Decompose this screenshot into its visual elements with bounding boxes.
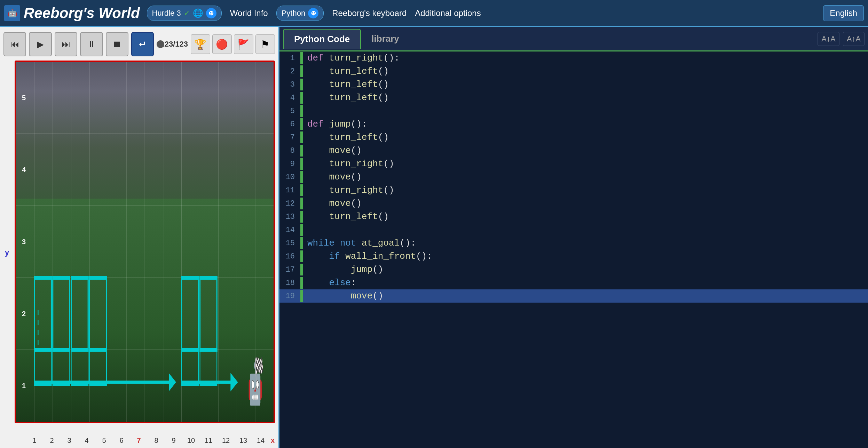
main-content: ⏮ ▶ ⏭ ⏸ ⏹ ↵ 123/123 🏆 🔴 🚩 ⚑ y (0, 27, 868, 448)
left-panel: ⏮ ▶ ⏭ ⏸ ⏹ ↵ 123/123 🏆 🔴 🚩 ⚑ y (0, 27, 278, 448)
y-num-4: 4 (22, 166, 26, 174)
top-navigation: 🤖 Reeborg's World Hurdle 3 ✓ 🌐 ⊕ World I… (0, 0, 868, 27)
controls-bar: ⏮ ▶ ⏭ ⏸ ⏹ ↵ 123/123 🏆 🔴 🚩 ⚑ (3, 31, 275, 58)
font-size-controls: A↓A A↑A (818, 32, 865, 46)
x-num-8: 8 (148, 437, 165, 445)
svg-rect-27 (182, 350, 199, 385)
world-expand-button[interactable]: ⊕ (206, 8, 216, 18)
speed-label: 123/123 (160, 40, 188, 49)
x-num-10: 10 (182, 437, 200, 445)
flag-white-button[interactable]: ⚑ (255, 34, 275, 54)
code-line-19: 19 move() (279, 289, 868, 303)
additional-options-link[interactable]: Additional options (415, 8, 481, 18)
svg-rect-23 (89, 278, 106, 350)
tab-library[interactable]: library (361, 29, 410, 48)
python-selector[interactable]: Python ⊕ (276, 6, 324, 21)
code-line-17: 17 jump() (279, 263, 868, 276)
world-grid: 🤖 🏁 5 4 3 2 1 (15, 61, 275, 423)
code-line-3: 3 turn_left() (279, 78, 868, 91)
x-num-4: 4 (78, 437, 95, 445)
code-line-5: 5 (279, 104, 868, 118)
code-line-7: 7 turn_left() (279, 131, 868, 144)
code-line-6: 6 def jump(): (279, 118, 868, 131)
world-selector[interactable]: Hurdle 3 ✓ 🌐 ⊕ (147, 6, 222, 21)
code-editor-panel: Python Code library A↓A A↑A 1 def turn_r… (278, 27, 868, 448)
code-editor-area[interactable]: 1 def turn_right(): 2 turn_left() 3 turn… (279, 51, 868, 448)
code-line-11: 11 turn_right() (279, 184, 868, 197)
y-num-5: 5 (22, 94, 26, 102)
x-axis-labels: 1 2 3 4 5 6 7 8 9 10 11 12 13 14 x (26, 437, 275, 445)
font-decrease-button[interactable]: A↓A (818, 32, 839, 46)
language-label: English (830, 8, 857, 18)
code-line-14: 14 (279, 223, 868, 237)
language-selector[interactable]: English (823, 5, 864, 21)
svg-rect-18 (34, 350, 52, 385)
code-line-8: 8 move() (279, 144, 868, 157)
x-num-2: 2 (43, 437, 61, 445)
x-num-12: 12 (217, 437, 235, 445)
y-axis-label: y (5, 248, 9, 257)
x-num-5: 5 (95, 437, 113, 445)
first-button[interactable]: ⏮ (3, 32, 26, 56)
x-num-11: 11 (200, 437, 217, 445)
code-line-1: 1 def turn_right(): (279, 51, 868, 65)
x-num-9: 9 (165, 437, 182, 445)
svg-rect-20 (53, 350, 70, 385)
icon-buttons: 🏆 🔴 🚩 ⚑ (191, 34, 275, 54)
python-label: Python (282, 9, 306, 18)
svg-rect-17 (34, 278, 52, 350)
code-line-12: 12 move() (279, 197, 868, 210)
editor-tabs-bar: Python Code library A↓A A↑A (279, 27, 868, 51)
x-num-13: 13 (235, 437, 252, 445)
x-num-1: 1 (26, 437, 43, 445)
trophy-button[interactable]: 🏆 (191, 34, 210, 54)
app-title: Reeborg's World (24, 5, 140, 22)
code-line-15: 15 while not at_goal(): (279, 237, 868, 250)
stop-button[interactable]: ⏹ (106, 32, 128, 56)
world-label: Hurdle 3 (152, 9, 181, 18)
y-num-2: 2 (22, 310, 26, 318)
svg-rect-28 (200, 278, 217, 350)
world-info-link[interactable]: World Info (230, 8, 268, 18)
code-line-4: 4 turn_left() (279, 91, 868, 104)
flag-red-button[interactable]: 🚩 (234, 34, 253, 54)
app-logo: 🤖 Reeborg's World (4, 5, 140, 22)
code-line-16: 16 if wall_in_front(): (279, 250, 868, 263)
y-num-1: 1 (22, 382, 26, 390)
font-increase-button[interactable]: A↑A (843, 32, 865, 46)
x-axis-label: x (271, 437, 275, 445)
logo-icon: 🤖 (4, 5, 20, 21)
keyboard-link[interactable]: Reeborg's keyboard (332, 8, 407, 18)
play-button[interactable]: ▶ (29, 32, 52, 56)
pause-button[interactable]: ⏸ (80, 32, 103, 56)
code-line-9: 9 turn_right() (279, 157, 868, 170)
x-num-14: 14 (252, 437, 269, 445)
svg-rect-26 (182, 278, 199, 350)
svg-rect-19 (53, 278, 70, 350)
run-button[interactable]: ↵ (131, 32, 154, 56)
grid-svg: 🤖 🏁 (16, 62, 274, 422)
step-button[interactable]: ⏭ (55, 32, 77, 56)
x-num-7: 7 (130, 437, 148, 445)
world-check-icon: ✓ (184, 9, 190, 18)
svg-rect-24 (89, 350, 106, 385)
tab-python-code[interactable]: Python Code (283, 29, 361, 49)
python-expand-button[interactable]: ⊕ (308, 8, 318, 18)
svg-rect-21 (71, 278, 88, 350)
y-axis-numbers: 5 4 3 2 1 (16, 62, 27, 422)
code-line-10: 10 move() (279, 170, 868, 184)
code-line-18: 18 else: (279, 276, 868, 289)
x-num-3: 3 (61, 437, 78, 445)
x-num-6: 6 (113, 437, 130, 445)
code-line-13: 13 turn_left() (279, 210, 868, 223)
svg-text:🏁: 🏁 (254, 355, 264, 385)
svg-rect-29 (200, 350, 217, 385)
speed-slider-container: 123/123 (157, 40, 188, 49)
world-globe-icon: 🌐 (193, 8, 203, 18)
stop-red-button[interactable]: 🔴 (212, 34, 232, 54)
svg-rect-22 (71, 350, 88, 385)
code-line-2: 2 turn_left() (279, 65, 868, 78)
y-num-3: 3 (22, 238, 26, 246)
